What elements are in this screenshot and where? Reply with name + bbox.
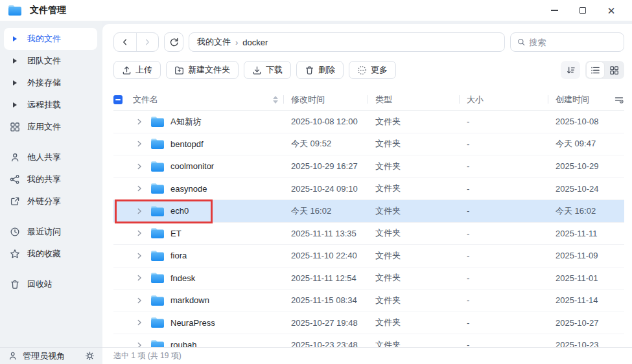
file-size: - [459,223,548,245]
delete-button[interactable]: 删除 [296,61,344,79]
column-header-type[interactable]: 类型 [368,89,459,110]
sidebar-item-remote-mount[interactable]: 远程挂载 [4,94,97,116]
more-button[interactable]: 更多 [349,61,396,79]
table-row[interactable]: coolmonitor 2025-10-29 16:27 文件夹 - 2025-… [113,155,624,178]
row-expander-icon[interactable] [134,340,145,347]
sidebar-item-team-files[interactable]: 团队文件 [4,50,97,72]
file-name: easynode [170,184,207,194]
column-label-name: 文件名 [133,94,158,106]
sidebar: 我的文件 团队文件 外接存储 远程挂载 应用文件 他人共享 [0,21,102,364]
folder-icon [150,183,165,194]
breadcrumb[interactable]: 我的文件 › docker [189,32,505,52]
row-expander-icon[interactable] [134,251,145,261]
sidebar-footer: 管理员视角 [0,347,102,364]
column-header-size[interactable]: 大小 [459,89,548,110]
folder-icon [150,272,165,284]
column-header-name[interactable]: 文件名 [132,89,283,110]
breadcrumb-current[interactable]: docker [242,38,268,47]
modified-time: 2025-11-11 13:35 [283,223,368,245]
app-grid-icon [9,122,21,132]
table-row[interactable]: roubah 2025-10-23 23:48 文件夹 - 2025-10-23 [113,334,624,347]
row-name-cell: fiora [132,245,283,267]
breadcrumb-root[interactable]: 我的文件 [197,36,231,48]
sidebar-item-recent[interactable]: 最近访问 [4,221,97,243]
expand-triangle-icon [9,78,21,88]
sort-order-button[interactable] [561,61,580,79]
trash-icon [9,279,21,290]
modified-time: 今天 16:02 [283,200,368,222]
sidebar-item-external-storage[interactable]: 外接存储 [4,72,97,94]
folder-icon [150,205,165,217]
row-expander-icon[interactable] [134,183,145,194]
expand-triangle-icon [9,100,21,110]
sidebar-item-app-files[interactable]: 应用文件 [4,116,97,138]
file-type: 文件夹 [368,290,459,312]
row-expander-icon[interactable] [134,161,145,172]
row-expander-icon[interactable] [134,206,145,216]
row-name-cell: markdown [132,290,283,312]
download-button[interactable]: 下载 [244,61,291,79]
settings-gear-icon[interactable] [85,351,95,361]
clock-icon [9,227,21,237]
row-expander-icon[interactable] [134,295,145,306]
upload-button[interactable]: 上传 [113,61,161,79]
maximize-button[interactable] [568,1,597,20]
refresh-button[interactable] [164,32,183,52]
table-row[interactable]: easynode 2025-10-24 09:10 文件夹 - 2025-10-… [113,178,624,201]
sidebar-item-label: 最近访问 [27,226,61,238]
column-settings-button[interactable] [606,89,624,110]
table-header: 文件名 修改时间 类型 大小 创建时间 [113,89,624,111]
grid-view-button[interactable] [605,62,623,78]
sidebar-item-my-shares[interactable]: 我的共享 [4,168,97,190]
file-size: - [459,267,548,290]
sidebar-item-my-files[interactable]: 我的文件 [4,28,97,50]
sidebar-item-label: 应用文件 [27,121,61,133]
new-folder-button[interactable]: 新建文件夹 [166,61,239,79]
row-expander-icon[interactable] [134,273,145,283]
sidebar-item-recycle-bin[interactable]: 回收站 [4,273,97,295]
minimize-button[interactable] [540,1,568,20]
list-view-button[interactable] [587,62,604,78]
table-row[interactable]: ech0 今天 16:02 文件夹 - 今天 16:02 [113,200,624,223]
select-all-checkbox-indeterminate[interactable] [113,95,123,104]
file-type: 文件夹 [368,245,459,267]
admin-person-icon [8,351,18,361]
column-header-modified[interactable]: 修改时间 [283,89,368,110]
table-row[interactable]: bentopdf 今天 09:52 文件夹 - 今天 09:47 [113,133,624,156]
table-row[interactable]: NeuraPress 2025-10-27 19:48 文件夹 - 2025-1… [113,312,624,335]
modified-time: 2025-11-15 08:34 [283,290,368,312]
sidebar-item-external-share[interactable]: 外链分享 [4,190,97,212]
created-time: 2025-10-24 [548,178,606,200]
chevron-right-icon [143,38,152,47]
table-row[interactable]: fiora 2025-11-10 22:40 文件夹 - 2025-11-09 [113,245,624,267]
file-type: 文件夹 [368,111,459,133]
header-checkbox-cell [113,89,132,110]
modified-time: 2025-10-29 16:27 [283,155,368,177]
forward-button[interactable] [136,33,159,51]
created-time: 2025-11-11 [548,223,606,245]
file-size: - [459,133,548,155]
table-row[interactable]: A知新坊 2025-10-08 12:00 文件夹 - 2025-10-08 [113,111,624,133]
column-label-size: 大小 [467,94,484,106]
table-row[interactable]: markdown 2025-11-15 08:34 文件夹 - 2025-11-… [113,290,624,312]
star-icon [9,249,21,259]
column-header-created[interactable]: 创建时间 [548,89,606,110]
close-button[interactable]: ✕ [597,1,626,20]
sidebar-item-favorites[interactable]: 我的收藏 [4,243,97,265]
back-button[interactable] [114,33,136,51]
table-row[interactable]: ET 2025-11-11 13:35 文件夹 - 2025-11-11 [113,223,624,245]
row-expander-icon[interactable] [134,117,145,127]
delete-label: 删除 [318,64,335,76]
sidebar-item-shared-by-others[interactable]: 他人共享 [4,146,97,168]
row-expander-icon[interactable] [134,228,145,238]
row-checkbox-cell [113,223,132,245]
search-input[interactable] [529,38,617,47]
row-expander-icon[interactable] [134,317,145,328]
created-time: 2025-10-27 [548,312,606,334]
row-checkbox-cell [113,267,132,290]
row-expander-icon[interactable] [134,139,145,149]
file-name: bentopdf [170,139,204,149]
table-row[interactable]: fndesk 2025-11-11 12:54 文件夹 - 2025-11-01 [113,267,624,290]
main-panel: 我的文件 › docker 上传 新建文件夹 下载 删除 更多 [102,24,632,364]
breadcrumb-separator: › [235,38,238,47]
